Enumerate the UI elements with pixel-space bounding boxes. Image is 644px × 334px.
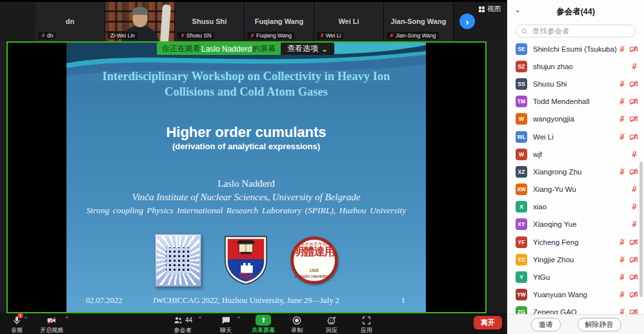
leave-meeting-button[interactable]: 离开 [474,316,502,329]
participant-display-name: dn [35,17,105,25]
participant-row[interactable]: X xiao [507,198,644,216]
video-off-icon [629,167,638,176]
muted-mic-icon [250,33,255,38]
search-input[interactable] [531,26,630,36]
tile-name-tag: Shusu Shi [177,32,214,39]
mic-muted-icon [618,256,626,264]
institution-logos: 湖州师范学院 明體達用 1916 HUZHOU UNIVERSITY [66,234,426,287]
participant-name: shujun zhao [533,63,630,70]
tile-name-label: Jian-Song Wang [396,32,436,39]
reactions-label: 回应 [326,326,337,334]
participant-row[interactable]: YZ Yingjie Zhou [507,251,644,268]
participant-row[interactable]: W wangyongjia [507,110,644,128]
zoom-meeting-window: dn dn Zi-Wei Lin Zi-W [0,0,644,334]
workshop-title-line2: Collisions and Cold Atom Gases [66,84,426,99]
viewing-screen-message: 你正在观看Laslo Nadderd的屏幕 [157,43,281,55]
participant-name: Xiaoqing Yue [533,220,630,228]
video-off-icon [629,290,638,299]
video-tile[interactable]: Jian-Song Wang Jian-Song Wang [384,2,454,41]
participant-row[interactable]: TM Todd Mendenhall [507,93,644,110]
video-off-icon [629,255,638,264]
audio-options-chevron[interactable]: ⌃ [23,316,28,322]
avatar: TM [516,96,527,107]
participant-row[interactable]: ZG Zepeng GAO [507,304,644,314]
filmstrip-next-button[interactable]: › [459,14,475,29]
mic-muted-icon [618,45,626,53]
university-of-belgrade-logo [224,235,268,286]
avatar: Y [516,271,527,283]
video-tile[interactable]: Shusu Shi Shusu Shi [175,2,245,41]
mic-muted-icon [630,220,638,228]
participant-row[interactable]: WL Wei Li [507,128,644,145]
video-off-icon [629,273,638,282]
muted-mic-icon [319,33,325,38]
share-screen-label: 共享屏幕 [252,326,275,334]
reactions-button[interactable]: 回应 [320,315,343,334]
video-filmstrip: dn dn Zi-Wei Lin Zi-W [0,0,507,41]
participant-row[interactable]: XY Xiaoqing Yue [507,216,644,233]
participant-name: xiao [533,203,630,211]
video-tile[interactable]: Fuqiang Wang Fuqiang Wang [245,2,314,41]
video-tile[interactable]: Wei Li Wei Li [314,2,384,41]
view-button[interactable]: 视图 [479,5,501,14]
tile-name-tag: dn [38,32,55,39]
mic-muted-icon [630,203,638,211]
participant-name: Xiangrong Zhu [533,168,618,176]
apps-button[interactable]: 应用 [355,315,378,334]
participant-row[interactable]: SZ shujun zhao [507,57,644,75]
mic-muted-icon [618,168,626,176]
participant-row[interactable]: Y YtGu [507,268,644,286]
tile-name-tag: Jian-Song Wang [387,32,439,39]
scrollbar-thumb[interactable] [639,162,643,297]
video-tile[interactable]: Zi-Wei Lin Zi-Wei Lin [105,2,175,41]
chat-icon [221,315,231,326]
participants-panel-header: ⌄ 参会者(44) [507,0,644,22]
participant-row[interactable]: XZ Xiangrong Zhu [507,163,644,180]
participant-row[interactable]: YW Yuanyuan Wang [507,286,644,304]
participant-row[interactable]: YF Yicheng Feng [507,233,644,251]
presenter-name: Laslo Nadderd [201,45,252,54]
tile-name-label: Zi-Wei Lin [110,32,135,39]
participant-row[interactable]: SS Shusu Shi [507,75,644,92]
view-options-label: 查看选项 [287,43,318,54]
avatar: ZG [516,306,527,314]
chat-button[interactable]: 聊天 [213,315,239,334]
unmute-all-button[interactable]: 解除静音 [578,318,621,331]
participant-row[interactable]: XW Xiang-Yu Wu [507,181,644,198]
shared-screen-frame: Interdisciplinary Workshop on Collectivi… [6,41,487,313]
participants-options-chevron[interactable]: ⌃ [197,316,203,322]
participants-icon [173,315,183,326]
view-options-button[interactable]: 查看选项⌄ [281,43,334,55]
participants-panel-footer: 邀请 解除静音 [507,314,644,334]
camera-off-icon [46,315,57,326]
video-off-icon [629,114,638,123]
record-icon [292,315,302,326]
muted-mic-icon [41,33,46,38]
video-tile[interactable]: dn dn [35,2,105,41]
video-off-icon [629,45,638,54]
participant-row[interactable]: W wjf [507,145,644,163]
record-label: 录制 [291,326,303,334]
participant-name: Todd Mendenhall [533,98,618,105]
record-button[interactable]: 录制 [285,315,308,334]
workshop-title: Interdisciplinary Workshop on Collectivi… [66,68,426,100]
workshop-title-line1: Interdisciplinary Workshop on Collectivi… [66,68,426,84]
author-name: Laslo Nadđerđ [66,178,426,189]
participant-row[interactable]: SE ShinIchi Esumi (Tsukuba) [507,40,644,57]
participant-search-box[interactable] [516,25,636,37]
invite-button[interactable]: 邀请 [531,318,561,331]
view-button-label: 视图 [487,5,501,14]
avatar: XY [516,218,527,230]
share-screen-button[interactable]: 共享屏幕 [245,315,281,334]
video-options-chevron[interactable]: ⌃ [65,316,70,322]
vinca-institute-logo [155,234,201,287]
tile-name-label: Shusu Shi [186,32,212,39]
talk-subtitle: (derivation of analytical expressions) [66,141,426,151]
mic-muted-icon [618,273,626,281]
start-video-label: 开启视频 [40,326,63,334]
participants-panel-title: 参会者(44) [507,6,644,17]
muted-mic-icon [389,33,394,38]
mic-muted-icon [630,63,638,70]
video-off-icon [629,238,638,247]
chat-options-chevron[interactable]: ⌃ [236,316,241,322]
